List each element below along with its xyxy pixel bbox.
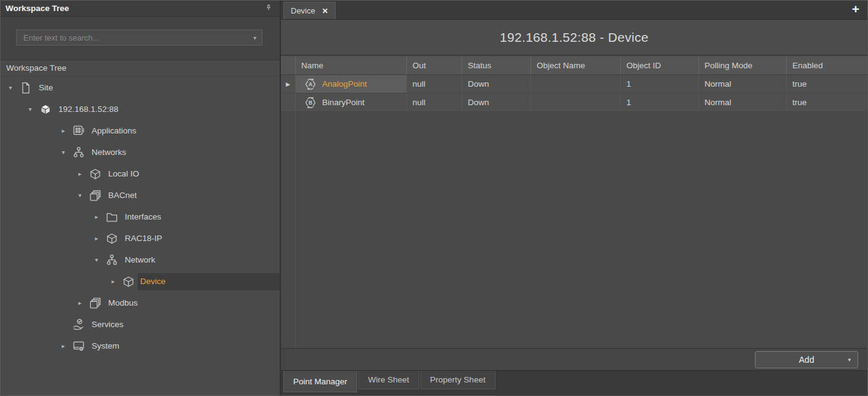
device-icon — [122, 275, 135, 288]
system-icon — [72, 339, 85, 353]
polling-mode-cell[interactable]: Normal — [699, 93, 787, 111]
out-cell[interactable]: null — [407, 75, 462, 93]
expander-expanded-icon[interactable]: ▾ — [25, 106, 35, 113]
page-title: 192.168.1.52:88 - Device — [500, 30, 649, 45]
search-dropdown-icon[interactable]: ▾ — [250, 34, 256, 41]
expander-expanded-icon[interactable]: ▾ — [75, 192, 85, 199]
search-strip: ▾ — [1, 17, 280, 60]
point-name: AnalogPoint — [322, 79, 367, 89]
device-icon — [89, 167, 102, 181]
tree-item-label: Modbus — [107, 298, 139, 307]
column-header-name[interactable]: Name — [296, 56, 407, 74]
expander-collapsed-icon[interactable]: ▸ — [92, 213, 101, 220]
tree-item-networks[interactable]: ▾ Networks — [1, 141, 280, 163]
tree-section-header: Workspace Tree — [1, 60, 280, 76]
out-cell[interactable]: null — [407, 93, 462, 111]
expander-collapsed-icon[interactable]: ▸ — [75, 170, 85, 177]
expander-collapsed-icon[interactable]: ▸ — [58, 127, 68, 134]
enabled-cell[interactable]: true — [787, 93, 867, 111]
view-tab-bar: Point Manager Wire Sheet Property Sheet — [281, 370, 867, 395]
tree-item-label: Services — [90, 320, 125, 329]
expander-expanded-icon[interactable]: ▾ — [58, 149, 68, 156]
search-input[interactable] — [22, 33, 250, 43]
tree-item-label: RAC18-IP — [124, 234, 164, 243]
protocol-stack-icon — [89, 189, 102, 202]
tab-wire-sheet[interactable]: Wire Sheet — [358, 371, 419, 389]
expander-expanded-icon[interactable]: ▾ — [92, 256, 101, 263]
tab-property-sheet[interactable]: Property Sheet — [420, 371, 495, 389]
applications-icon — [72, 124, 85, 138]
network-icon — [72, 146, 85, 159]
tree-item-label: Interfaces — [124, 212, 162, 221]
object-id-cell[interactable]: 1 — [621, 93, 699, 111]
tree-item-network[interactable]: ▾ Network — [1, 249, 280, 271]
column-header-indicator — [281, 56, 296, 74]
table-row-binarypoint[interactable]: B BinaryPoint null Down 1 Normal true — [281, 93, 867, 112]
tab-point-manager[interactable]: Point Manager — [283, 371, 357, 392]
tree-item-192-168-1-52-88[interactable]: ▾ 192.168.1.52:88 — [1, 98, 280, 120]
status-cell[interactable]: Down — [462, 75, 531, 93]
table-row-analogpoint[interactable]: ▶ A AnalogPoint null Down 1 Normal true — [281, 75, 867, 93]
polling-mode-cell[interactable]: Normal — [699, 75, 787, 93]
column-header-object-name[interactable]: Object Name — [531, 56, 621, 74]
tree-item-rac18-ip[interactable]: ▸ RAC18-IP — [1, 228, 280, 249]
add-button-label: Add — [799, 355, 815, 365]
tree-item-modbus[interactable]: ▸ Modbus — [1, 292, 280, 314]
tree-item-label: BACnet — [107, 191, 138, 200]
tab-device[interactable]: Device ✕ — [283, 2, 336, 19]
device-title-bar: 192.168.1.52:88 - Device — [281, 20, 867, 56]
workspace-tree: ▾ Site ▾ 192.168.1.52:88 ▸ Applications … — [1, 76, 280, 395]
tree-item-label: Local IO — [107, 169, 140, 178]
tree-item-interfaces[interactable]: ▸ Interfaces — [1, 206, 280, 228]
close-icon[interactable]: ✕ — [322, 7, 328, 15]
expander-collapsed-icon[interactable]: ▸ — [75, 299, 85, 306]
tree-item-site[interactable]: ▾ Site — [1, 77, 280, 98]
add-button[interactable]: Add ▾ — [755, 351, 858, 368]
object-name-cell[interactable] — [531, 93, 621, 111]
tree-item-local-io[interactable]: ▸ Local IO — [1, 163, 280, 184]
new-tab-button[interactable]: + — [852, 2, 859, 15]
expander-collapsed-icon[interactable]: ▸ — [108, 278, 118, 285]
column-header-object-id[interactable]: Object ID — [621, 56, 699, 74]
column-header-status[interactable]: Status — [462, 56, 531, 74]
tab-label: Device — [291, 6, 315, 15]
tree-item-services[interactable]: Services — [1, 314, 280, 335]
network-icon — [105, 253, 119, 267]
name-cell[interactable]: A AnalogPoint — [296, 75, 407, 93]
tree-item-label: Applications — [90, 126, 138, 135]
status-cell[interactable]: Down — [462, 93, 531, 111]
tree-item-applications[interactable]: ▸ Applications — [1, 120, 280, 141]
object-name-cell[interactable] — [531, 75, 621, 93]
expander-expanded-icon[interactable]: ▾ — [6, 84, 15, 91]
tree-item-bacnet[interactable]: ▾ BACnet — [1, 184, 280, 206]
name-cell[interactable]: B BinaryPoint — [296, 93, 407, 111]
object-id-cell[interactable]: 1 — [621, 75, 699, 93]
tree-item-label: Site — [37, 83, 54, 92]
points-grid: Name Out Status Object Name Object ID Po… — [281, 56, 867, 370]
chevron-down-icon: ▾ — [848, 357, 851, 363]
tree-item-system[interactable]: ▸ System — [1, 335, 280, 357]
expander-collapsed-icon[interactable]: ▸ — [58, 343, 68, 349]
tree-section-label: Workspace Tree — [6, 63, 66, 73]
enabled-cell[interactable]: true — [787, 75, 867, 93]
expander-collapsed-icon[interactable]: ▸ — [92, 235, 101, 242]
column-header-out[interactable]: Out — [407, 56, 462, 74]
workspace-tree-panel: Workspace Tree ▾ Workspace Tree ▾ Site ▾… — [1, 1, 281, 395]
tree-item-label: Device — [138, 273, 280, 290]
column-header-enabled[interactable]: Enabled — [787, 56, 867, 74]
tree-item-label: System — [90, 341, 120, 350]
row-indicator-cell — [281, 93, 296, 111]
controller-icon — [39, 103, 52, 116]
tree-item-device[interactable]: ▸ Device — [1, 271, 280, 292]
pin-icon[interactable] — [262, 2, 275, 15]
search-box[interactable]: ▾ — [16, 30, 262, 46]
binary-point-icon: B — [304, 96, 317, 109]
row-indicator-cell: ▶ — [281, 75, 296, 93]
folder-icon — [105, 210, 119, 224]
tree-item-label: 192.168.1.52:88 — [57, 105, 120, 114]
document-panel: Device ✕ + 192.168.1.52:88 - Device Name… — [281, 1, 867, 395]
column-header-polling-mode[interactable]: Polling Mode — [699, 56, 787, 74]
workspace-tree-panel-header: Workspace Tree — [1, 1, 280, 17]
panel-title: Workspace Tree — [6, 4, 262, 13]
tree-item-label: Networks — [90, 148, 127, 157]
